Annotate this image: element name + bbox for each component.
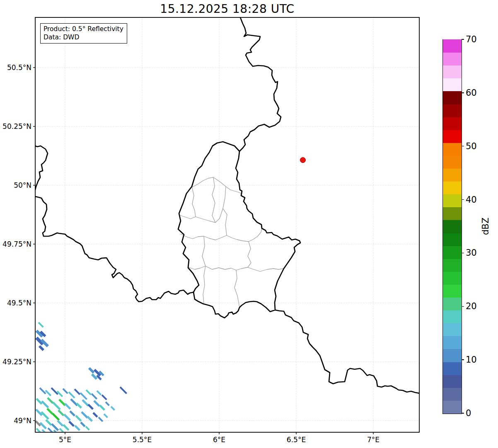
- y-tick-label: 50.5°N: [7, 63, 31, 72]
- colorbar-segment: [443, 220, 462, 233]
- radar-echo-segment: [51, 388, 58, 395]
- radar-echo-segment: [97, 375, 101, 380]
- colorbar-segment: [443, 53, 462, 66]
- radar-echo-segment: [82, 400, 88, 406]
- radar-echo-segment: [65, 404, 70, 409]
- national-border: [35, 146, 48, 190]
- radar-echo-segment: [53, 414, 59, 420]
- radar-map-svg: 5°E5.5°E6°E6.5°E7°E50.5°N50.25°N50°N49.7…: [0, 0, 498, 448]
- colorbar-tick-label: 40: [466, 195, 477, 204]
- radar-echo-segment: [93, 413, 97, 417]
- radar-echo-segment: [63, 425, 69, 430]
- x-tick-label: 6.5°E: [287, 436, 306, 444]
- radar-echo-segment: [39, 346, 44, 350]
- radar-figure: 15.12.2025 18:28 UTC 5°E5.5°E6°E6.5°E7°E…: [0, 0, 498, 448]
- radar-echo-segment: [69, 421, 74, 426]
- regional-border: [248, 242, 251, 267]
- colorbar-segment: [443, 155, 462, 169]
- radar-echo-segment: [40, 388, 46, 394]
- radar-echo-segment: [60, 429, 63, 432]
- radar-echo-segment: [75, 426, 80, 430]
- colorbar-tick-label: 0: [466, 409, 471, 418]
- x-tick-label: 5.5°E: [133, 436, 152, 444]
- radar-echo-segment: [81, 422, 85, 426]
- radar-echo-segment: [52, 424, 58, 431]
- radar-echo-segment: [120, 387, 127, 394]
- colorbar-tick-label: 20: [466, 302, 477, 311]
- radar-echo-segment: [86, 390, 91, 395]
- colorbar-segment: [443, 168, 462, 182]
- product-line: Product: 0.5° Reflectivity: [44, 25, 123, 33]
- colorbar-tick-label: 30: [466, 249, 477, 257]
- regional-border: [192, 177, 242, 194]
- colorbar-segment: [443, 143, 462, 156]
- regional-border: [179, 208, 223, 223]
- colorbar: [442, 39, 462, 414]
- colorbar-tick-label: 70: [466, 35, 477, 44]
- national-border: [275, 310, 419, 393]
- radar-echo-segment: [42, 401, 48, 408]
- colorbar-segment: [443, 233, 462, 246]
- radar-echo-segment: [36, 399, 42, 404]
- radar-echo-segment: [59, 400, 65, 405]
- national-border: [239, 17, 281, 151]
- data-source-line: Data: DWD: [44, 33, 123, 41]
- colorbar-tick-label: 60: [466, 88, 477, 97]
- colorbar-segment: [443, 39, 462, 53]
- regional-border: [192, 186, 196, 217]
- radar-site-marker: [300, 157, 305, 163]
- colorbar-segment: [443, 65, 462, 79]
- radar-echo-segment: [48, 398, 53, 403]
- colorbar-tick-label: 50: [466, 142, 477, 150]
- colorbar-units-label: dBZ: [481, 218, 491, 235]
- colorbar-segment: [443, 271, 462, 285]
- radar-echo-segment: [46, 390, 51, 396]
- colorbar-segment: [443, 349, 462, 362]
- regional-border: [223, 186, 227, 235]
- radar-echo-segment: [111, 407, 114, 410]
- national-border: [178, 142, 300, 318]
- colorbar-segment: [443, 182, 462, 195]
- product-info-box: Product: 0.5° Reflectivity Data: DWD: [40, 23, 127, 44]
- colorbar-segment: [443, 259, 462, 272]
- radar-echo-segment: [80, 393, 87, 400]
- x-tick-label: 6°E: [213, 436, 225, 444]
- radar-echo-segment: [40, 423, 46, 429]
- colorbar-segment: [443, 336, 462, 349]
- colorbar-segment: [443, 246, 462, 259]
- regional-border: [181, 228, 262, 242]
- radar-echo-segment: [69, 392, 75, 398]
- y-tick-label: 49.25°N: [2, 358, 31, 366]
- radar-echo-segment: [46, 420, 51, 425]
- radar-echo-segment: [58, 410, 64, 416]
- radar-echo-segment: [42, 430, 46, 434]
- radar-echo-segment: [77, 403, 81, 408]
- colorbar-segment: [443, 362, 462, 375]
- colorbar-segment: [443, 297, 462, 310]
- radar-echo-segment: [94, 401, 99, 406]
- national-border: [35, 196, 193, 302]
- colorbar-segment: [443, 207, 462, 220]
- colorbar-segment: [443, 78, 462, 92]
- y-tick-label: 50.25°N: [2, 122, 31, 131]
- colorbar-segment: [443, 117, 462, 130]
- radar-echo-segment: [64, 414, 70, 420]
- radar-echo-segment: [82, 412, 87, 418]
- regional-border: [212, 177, 215, 223]
- map-content: [35, 17, 419, 434]
- colorbar-segment: [443, 104, 462, 117]
- radar-echo-segment: [71, 399, 77, 406]
- radar-echo-segment: [47, 409, 53, 414]
- radar-echo-segment: [104, 414, 107, 417]
- colorbar-segment: [443, 194, 462, 208]
- colorbar-segment: [443, 400, 462, 414]
- radar-echo-segment: [97, 391, 101, 395]
- colorbar-segment: [443, 91, 462, 104]
- radar-echo-segment: [75, 389, 80, 395]
- regional-border: [234, 270, 239, 308]
- x-tick-label: 7°E: [367, 436, 380, 444]
- radar-echo-segment: [70, 411, 75, 416]
- radar-echo-segment: [92, 394, 97, 399]
- radar-echo-segment: [41, 412, 48, 419]
- colorbar-segment: [443, 284, 462, 298]
